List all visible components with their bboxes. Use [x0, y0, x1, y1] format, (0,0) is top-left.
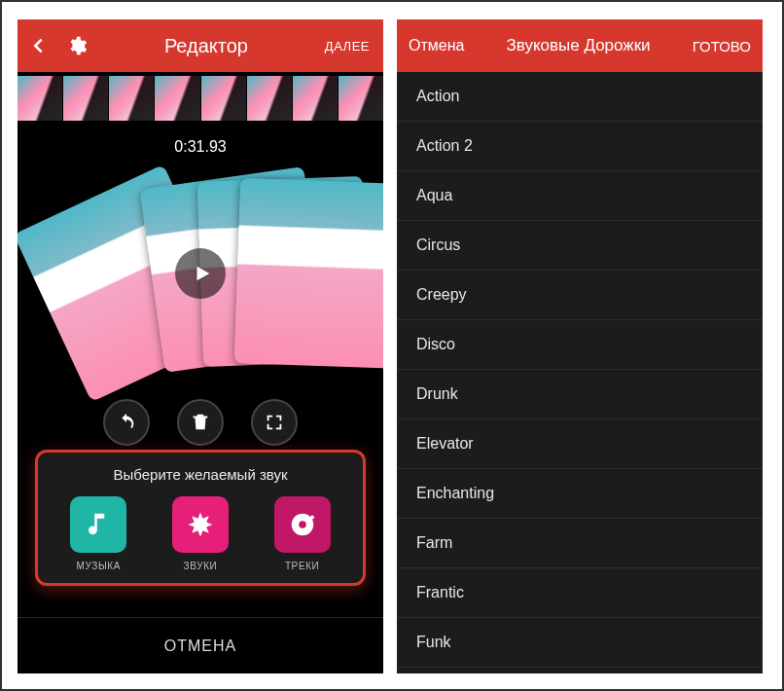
track-item[interactable]: Action [397, 72, 763, 122]
track-item[interactable]: Enchanting [397, 469, 763, 519]
tracks-icon [274, 496, 331, 553]
delete-button[interactable] [177, 399, 224, 446]
track-item[interactable]: Creepy [397, 271, 763, 320]
editor-title: Редактор [88, 35, 325, 57]
sounds-icon [172, 496, 229, 553]
editor-header: Редактор ДАЛЕЕ [18, 19, 383, 72]
next-button[interactable]: ДАЛЕЕ [325, 39, 374, 54]
undo-button[interactable] [103, 399, 150, 446]
sounds-option[interactable]: ЗВУКИ [172, 496, 229, 571]
track-item[interactable]: Drunk [397, 370, 763, 419]
music-icon [70, 496, 126, 553]
settings-icon[interactable] [66, 35, 88, 56]
tracks-cancel-button[interactable]: Отмена [409, 37, 464, 55]
tracks-done-button[interactable]: ГОТОВО [693, 38, 751, 55]
cancel-button[interactable]: ОТМЕНА [18, 617, 383, 673]
track-item[interactable]: Elevator [397, 419, 763, 469]
video-preview[interactable] [18, 162, 383, 385]
track-item[interactable]: Action 2 [397, 122, 763, 171]
sound-picker-panel: Выберите желаемый звук МУЗЫКА ЗВУКИ ТРЕК… [35, 450, 366, 586]
tracks-screen: Отмена Звуковые Дорожки ГОТОВО ActionAct… [397, 19, 763, 673]
tracks-option[interactable]: ТРЕКИ [274, 496, 331, 571]
tracks-title: Звуковые Дорожки [507, 36, 651, 55]
track-item[interactable]: Disco [397, 320, 763, 370]
editor-screen: Редактор ДАЛЕЕ 0:31.93 [18, 19, 383, 673]
track-item[interactable]: Farm [397, 519, 763, 568]
tracks-header: Отмена Звуковые Дорожки ГОТОВО [397, 19, 763, 72]
back-icon[interactable] [27, 35, 49, 56]
timecode: 0:31.93 [18, 125, 383, 162]
track-item[interactable]: Frantic [397, 568, 763, 618]
sound-picker-title: Выберите желаемый звук [48, 466, 353, 483]
editor-actions [18, 385, 383, 446]
play-button[interactable] [175, 248, 226, 299]
track-list[interactable]: ActionAction 2AquaCircusCreepyDiscoDrunk… [397, 72, 763, 673]
track-item[interactable]: Aqua [397, 171, 763, 221]
track-item[interactable]: Circus [397, 221, 763, 271]
music-option[interactable]: МУЗЫКА [70, 496, 126, 571]
track-item[interactable]: Funk [397, 618, 763, 668]
fullscreen-button[interactable] [251, 399, 298, 446]
filmstrip[interactable] [18, 72, 383, 125]
